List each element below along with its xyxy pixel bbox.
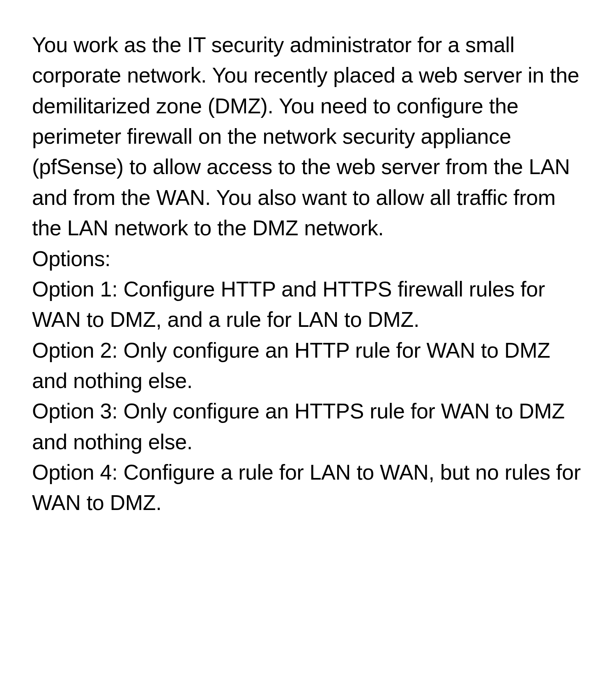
option-3: Option 3: Only configure an HTTPS rule f… xyxy=(32,396,584,457)
option-2: Option 2: Only configure an HTTP rule fo… xyxy=(32,335,584,396)
option-1: Option 1: Configure HTTP and HTTPS firew… xyxy=(32,274,584,335)
option-4: Option 4: Configure a rule for LAN to WA… xyxy=(32,457,584,518)
question-content: You work as the IT security administrato… xyxy=(32,30,584,518)
question-scenario: You work as the IT security administrato… xyxy=(32,30,584,244)
options-label: Options: xyxy=(32,244,584,274)
